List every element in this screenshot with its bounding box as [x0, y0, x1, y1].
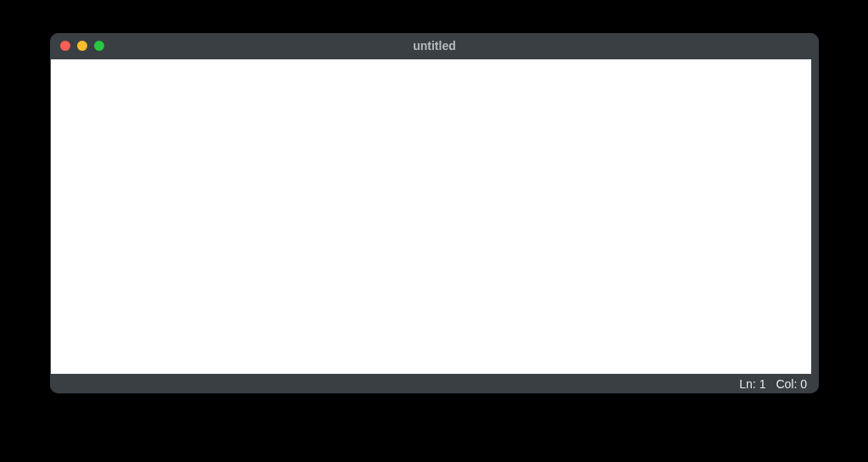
status-col: Col: 0: [776, 377, 807, 391]
window-title: untitled: [50, 39, 819, 53]
editor-window: untitled Ln: 1 Col: 0: [50, 33, 819, 393]
maximize-button[interactable]: [94, 41, 104, 51]
window-controls: [60, 41, 104, 51]
content-frame: [50, 58, 819, 375]
titlebar[interactable]: untitled: [50, 33, 819, 58]
status-line: Ln: 1: [739, 377, 765, 391]
minimize-button[interactable]: [77, 41, 87, 51]
status-bar: Ln: 1 Col: 0: [50, 375, 819, 393]
text-editor[interactable]: [51, 59, 811, 374]
close-button[interactable]: [60, 41, 70, 51]
